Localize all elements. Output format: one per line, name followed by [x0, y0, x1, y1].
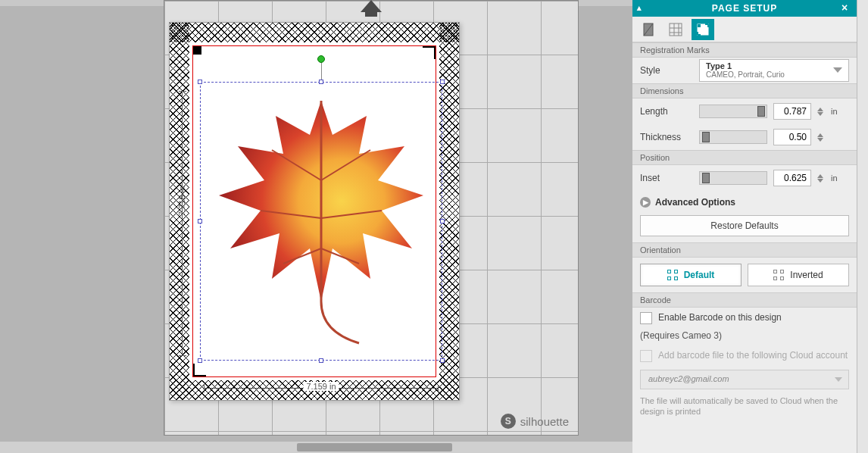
resize-handle[interactable]	[319, 80, 323, 84]
design-page[interactable]: 7.718 in 7.159 in	[169, 22, 460, 401]
corners-icon	[773, 270, 784, 280]
add-barcode-cloud-checkbox[interactable]	[640, 350, 652, 362]
horizontal-scrollbar[interactable]	[0, 442, 632, 453]
slider-thumb[interactable]	[757, 106, 765, 117]
page-setup-panel: ▴ PAGE SETUP × Registration Marks Style …	[632, 0, 857, 453]
barcode-requirement: (Requires Cameo 3)	[632, 329, 857, 345]
play-circle-icon: ▶	[640, 197, 651, 208]
resize-handle[interactable]	[440, 219, 445, 223]
thickness-slider[interactable]	[699, 130, 767, 144]
advanced-options-toggle[interactable]: ▶ Advanced Options	[632, 191, 857, 214]
restore-defaults-button[interactable]: Restore Defaults	[640, 215, 849, 236]
length-label: Length	[640, 106, 693, 117]
canvas-area: 7.718 in 7.159 in S silhouette	[0, 0, 632, 453]
orientation-default-button[interactable]: Default	[640, 264, 742, 286]
inset-stepper[interactable]	[817, 174, 825, 183]
svg-rect-4	[698, 24, 701, 27]
section-barcode: Barcode	[632, 292, 857, 308]
slider-thumb[interactable]	[702, 132, 710, 142]
length-stepper[interactable]	[817, 108, 825, 116]
enable-barcode-checkbox[interactable]	[640, 312, 652, 324]
inset-input[interactable]	[773, 170, 811, 186]
no-cut-zone	[170, 23, 459, 42]
corners-icon	[667, 270, 678, 280]
style-dropdown[interactable]: Type 1 CAMEO, Portrait, Curio	[699, 59, 849, 82]
thickness-input[interactable]	[773, 129, 811, 145]
chevron-down-icon	[833, 67, 842, 73]
section-orientation: Orientation	[632, 242, 857, 258]
add-barcode-cloud-label: Add barcode file to the following Cloud …	[658, 350, 848, 361]
collapse-icon[interactable]: ▴	[637, 3, 648, 14]
style-label: Style	[640, 65, 693, 76]
inset-label: Inset	[640, 173, 693, 183]
feed-arrow-icon	[361, 0, 382, 12]
length-input[interactable]	[773, 103, 811, 120]
resize-handle[interactable]	[440, 80, 445, 84]
section-registration-marks: Registration Marks	[632, 42, 857, 58]
slider-thumb[interactable]	[702, 173, 710, 183]
cutting-mat[interactable]: 7.718 in 7.159 in S silhouette	[164, 0, 579, 436]
length-slider[interactable]	[699, 105, 767, 118]
rotate-handle[interactable]	[317, 55, 325, 63]
close-icon[interactable]: ×	[841, 2, 852, 12]
width-dimension: 7.159 in	[204, 385, 439, 392]
barcode-note: The file will automatically be saved to …	[632, 392, 857, 425]
width-label: 7.159 in	[303, 382, 339, 391]
orientation-inverted-button[interactable]: Inverted	[748, 264, 849, 286]
page-tab[interactable]	[637, 19, 660, 40]
panel-side-tabs[interactable]	[857, 0, 868, 453]
panel-tabs	[632, 17, 857, 42]
svg-rect-2	[670, 23, 682, 36]
section-position: Position	[632, 150, 857, 165]
resize-handle[interactable]	[440, 358, 445, 363]
resize-handle[interactable]	[319, 358, 323, 363]
inset-slider[interactable]	[699, 171, 767, 185]
cloud-account-dropdown[interactable]: aubreyc2@gmail.com	[640, 370, 849, 389]
height-dimension: 7.718 in	[179, 91, 186, 356]
scrollbar-thumb[interactable]	[297, 443, 452, 451]
chevron-down-icon	[835, 377, 842, 382]
grid-tab[interactable]	[664, 19, 687, 40]
enable-barcode-label: Enable Barcode on this design	[658, 312, 782, 323]
thickness-stepper[interactable]	[817, 133, 825, 142]
resize-handle[interactable]	[198, 358, 202, 363]
regmarks-tab[interactable]	[692, 19, 714, 40]
selection-box[interactable]	[200, 82, 442, 361]
thickness-label: Thickness	[640, 132, 693, 142]
silhouette-logo-icon: S	[501, 414, 516, 429]
panel-title: ▴ PAGE SETUP ×	[632, 0, 857, 17]
resize-handle[interactable]	[198, 219, 202, 223]
resize-handle[interactable]	[198, 80, 202, 84]
silhouette-brand: S silhouette	[501, 414, 569, 429]
height-label: 7.718 in	[177, 186, 186, 216]
section-dimensions: Dimensions	[632, 83, 857, 98]
